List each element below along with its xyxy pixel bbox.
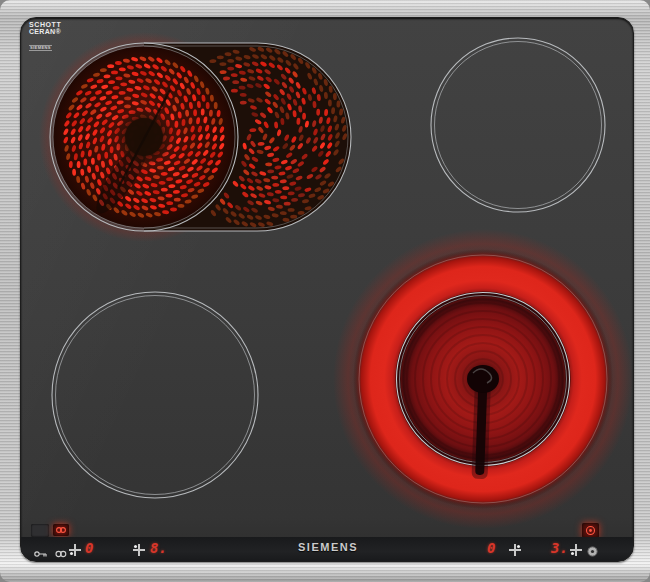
schott-ceran-logo: SCHOTT CERAN® SIEMENS xyxy=(29,21,61,52)
ceran-logo-brand: SIEMENS xyxy=(29,45,52,51)
zone-select-front-left-icon[interactable] xyxy=(69,544,81,556)
ceramic-glass-surface: SCHOTT CERAN® SIEMENS xyxy=(20,17,634,562)
zone-select-front-right-icon[interactable] xyxy=(570,544,582,556)
display-back-left: 8. xyxy=(150,540,167,558)
display-back-right: 0 xyxy=(487,540,495,558)
residual-heat-indicator xyxy=(31,524,49,537)
zone-select-back-left-icon[interactable] xyxy=(133,544,145,556)
power-indicator-lamp xyxy=(582,523,599,538)
key-lock-icon[interactable] xyxy=(34,545,48,562)
siemens-logo: SIEMENS xyxy=(283,541,373,553)
display-front-left: 0 xyxy=(85,540,93,558)
burner-zones-graphic xyxy=(21,18,633,561)
cooktop-frame: SCHOTT CERAN® SIEMENS xyxy=(0,0,650,582)
dual-zone-icon[interactable] xyxy=(54,545,68,562)
dual-zone-lamp-icon xyxy=(55,526,67,534)
ceran-logo-line1: SCHOTT xyxy=(29,21,61,28)
power-icon[interactable] xyxy=(586,544,599,562)
display-front-right: 3. xyxy=(551,540,568,558)
dual-zone-indicator-lamp xyxy=(53,524,69,536)
control-strip: 0 8. SIEMENS 0 3. xyxy=(21,537,633,561)
ceran-logo-line2: CERAN® xyxy=(29,28,61,35)
power-lamp-icon xyxy=(585,525,596,536)
zone-select-back-right-icon[interactable] xyxy=(509,544,521,556)
